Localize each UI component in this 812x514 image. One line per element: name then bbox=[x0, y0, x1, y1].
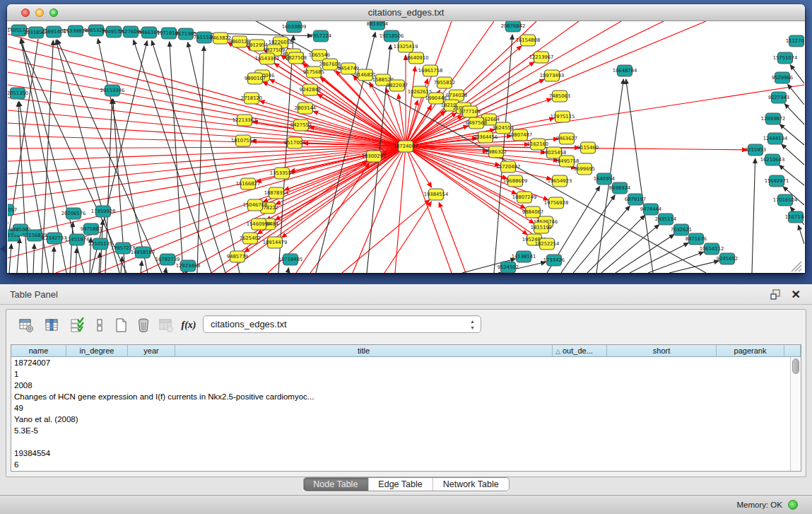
network-view-window[interactable]: citations_edges.txt 14055717203185642089… bbox=[7, 4, 805, 273]
column-header-name[interactable]: name bbox=[11, 345, 66, 357]
graph-node[interactable]: 15720407 bbox=[496, 161, 521, 173]
table-cell[interactable]: Yano et al. (2008) bbox=[11, 414, 801, 425]
graph-edge[interactable] bbox=[439, 202, 466, 273]
table-cell[interactable]: 5.3E-5 bbox=[11, 425, 801, 436]
graph-node[interactable]: 12213967 bbox=[529, 52, 554, 63]
graph-edge[interactable] bbox=[99, 252, 100, 273]
graph-node[interactable]: 15718485 bbox=[278, 254, 303, 265]
graph-edge[interactable] bbox=[799, 225, 804, 244]
graph-node[interactable]: 9699695 bbox=[574, 163, 595, 175]
column-header-in_degree[interactable]: in_degree bbox=[66, 345, 128, 357]
window-titlebar[interactable]: citations_edges.txt bbox=[7, 4, 805, 21]
graph-node[interactable]: 8813054 bbox=[367, 21, 388, 30]
graph-node[interactable]: 9975887 bbox=[81, 223, 102, 235]
table-scrollbar-thumb[interactable] bbox=[792, 358, 799, 374]
graph-node[interactable]: 7485063 bbox=[549, 90, 570, 102]
graph-edge[interactable] bbox=[784, 104, 804, 124]
graph-edge[interactable] bbox=[342, 200, 430, 273]
graph-edge[interactable] bbox=[152, 40, 225, 273]
graph-node[interactable]: 10807487 bbox=[508, 129, 533, 141]
graph-edge[interactable] bbox=[788, 84, 804, 105]
graph-node[interactable]: 10688609 bbox=[503, 175, 528, 187]
table-scrollbar[interactable] bbox=[790, 357, 801, 471]
graph-node[interactable]: 7955812 bbox=[434, 77, 455, 88]
graph-node[interactable]: 8471676 bbox=[686, 233, 707, 245]
graph-node[interactable]: 9463627 bbox=[556, 133, 577, 144]
graph-node[interactable]: 10654112 bbox=[700, 243, 724, 255]
table-cell[interactable]: 2008 bbox=[11, 380, 801, 391]
resize-grip[interactable] bbox=[792, 262, 801, 271]
graph-edge[interactable] bbox=[53, 247, 54, 273]
graph-node[interactable]: 19756928 bbox=[544, 197, 569, 209]
graph-node[interactable]: 15751074 bbox=[773, 52, 798, 64]
graph-edge[interactable] bbox=[601, 225, 659, 273]
graph-edge[interactable] bbox=[8, 34, 406, 146]
graph-edge[interactable] bbox=[33, 244, 35, 273]
graph-node[interactable]: 1167534 bbox=[785, 211, 804, 223]
memory-status-icon[interactable] bbox=[788, 500, 798, 510]
graph-edge[interactable] bbox=[284, 146, 406, 190]
table-cell[interactable]: 1 bbox=[11, 368, 801, 380]
graph-node[interactable]: 2935114 bbox=[655, 214, 676, 225]
table-cell[interactable]: 6 bbox=[11, 459, 801, 470]
graph-node[interactable]: 9485779 bbox=[227, 251, 248, 262]
graph-node[interactable]: 16154808 bbox=[516, 35, 541, 46]
graph-node[interactable]: 9890107 bbox=[245, 73, 266, 84]
table-selector-dropdown[interactable]: citations_edges.txt ▲▼ bbox=[203, 315, 481, 333]
graph-edge[interactable] bbox=[782, 144, 804, 165]
graph-edge[interactable] bbox=[8, 98, 406, 146]
graph-edge[interactable] bbox=[384, 201, 431, 273]
graph-edge[interactable] bbox=[18, 102, 28, 273]
graph-node[interactable]: 12505135 bbox=[88, 238, 113, 250]
graph-node[interactable]: 20876842 bbox=[501, 21, 526, 32]
graph-node[interactable]: 9175685 bbox=[303, 66, 324, 78]
graph-edge[interactable] bbox=[648, 252, 704, 273]
graph-edge[interactable] bbox=[165, 268, 166, 273]
graph-node[interactable]: 7463822 bbox=[210, 33, 231, 44]
row-height-icon[interactable] bbox=[90, 315, 110, 335]
graph-node[interactable]: 1112704 bbox=[786, 35, 804, 47]
graph-edge[interactable] bbox=[296, 163, 369, 273]
graph-node[interactable]: 19218506 bbox=[379, 30, 404, 42]
graph-node[interactable]: 8427552 bbox=[290, 119, 312, 131]
graph-edge[interactable] bbox=[70, 222, 73, 273]
tab-node-table[interactable]: Node Table bbox=[303, 478, 368, 491]
graph-node[interactable]: 8215953 bbox=[745, 144, 766, 156]
table-cell[interactable]: 18724007 bbox=[11, 357, 801, 368]
graph-edge[interactable] bbox=[288, 268, 289, 273]
graph-node[interactable]: 9777169 bbox=[459, 106, 481, 117]
column-header-out_de[interactable]: △ out_de... bbox=[553, 345, 607, 357]
table-cell[interactable]: Changes of HCN gene expression and I(f) … bbox=[11, 391, 801, 402]
graph-node[interactable]: 11451974 bbox=[65, 234, 90, 245]
graph-edge[interactable] bbox=[76, 248, 76, 273]
graph-node[interactable]: 9242848 bbox=[300, 84, 321, 95]
tab-edge-table[interactable]: Edge Table bbox=[368, 478, 433, 491]
table-settings-icon[interactable] bbox=[16, 315, 36, 335]
graph-node[interactable]: 19384554 bbox=[424, 189, 449, 200]
network-canvas[interactable]: 1405571720318564208914061633982410653287… bbox=[8, 21, 804, 273]
graph-node[interactable]: 16210643 bbox=[760, 154, 785, 165]
graph-node[interactable]: 14138141 bbox=[512, 251, 536, 262]
table-cell[interactable]: 2009 bbox=[11, 470, 801, 472]
graph-node[interactable]: 16033809 bbox=[282, 21, 307, 33]
float-panel-icon[interactable] bbox=[770, 289, 781, 300]
graph-edge[interactable] bbox=[669, 261, 719, 273]
graph-node[interactable]: 9524502 bbox=[498, 262, 519, 273]
graph-node[interactable]: 18640910 bbox=[404, 52, 429, 64]
graph-node[interactable]: 6879197 bbox=[625, 194, 646, 205]
graph-edge[interactable] bbox=[406, 146, 452, 273]
close-panel-icon[interactable]: ✕ bbox=[792, 288, 801, 301]
graph-node[interactable]: 20153346 bbox=[100, 85, 125, 96]
graph-edge[interactable] bbox=[8, 146, 406, 148]
graph-edge[interactable] bbox=[752, 158, 755, 273]
table-cell[interactable]: 19384554 bbox=[11, 448, 801, 459]
graph-node[interactable]: 8938924 bbox=[609, 182, 630, 194]
graph-node[interactable]: 9529966 bbox=[772, 72, 793, 83]
graph-edge[interactable] bbox=[141, 261, 142, 273]
graph-node[interactable]: 1733426 bbox=[543, 255, 565, 266]
graph-node[interactable]: 7357224 bbox=[310, 30, 331, 42]
graph-node[interactable]: 7632621 bbox=[671, 224, 692, 235]
graph-node[interactable]: 12213363 bbox=[233, 115, 257, 126]
graph-node[interactable]: 9474444 bbox=[640, 204, 661, 215]
select-columns-icon[interactable] bbox=[67, 315, 87, 335]
